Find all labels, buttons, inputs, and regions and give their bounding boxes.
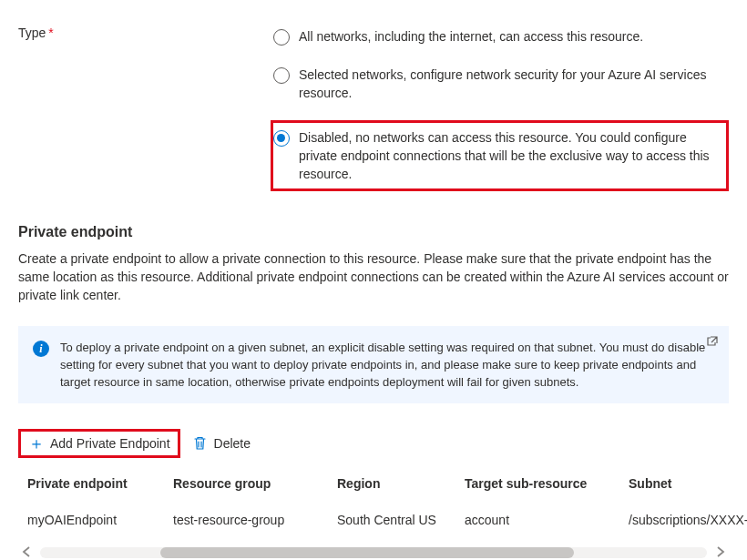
delete-button-label: Delete xyxy=(214,436,251,451)
private-endpoint-table: Private endpoint Resource group Region T… xyxy=(0,467,747,540)
col-header-region[interactable]: Region xyxy=(337,476,465,491)
cell-target: account xyxy=(465,513,629,527)
col-header-subnet[interactable]: Subnet xyxy=(629,476,729,491)
cell-subnet: /subscriptions/XXXX- xyxy=(629,513,747,527)
col-header-resource-group[interactable]: Resource group xyxy=(173,476,337,491)
table-header-row: Private endpoint Resource group Region T… xyxy=(18,467,729,500)
col-header-endpoint[interactable]: Private endpoint xyxy=(27,476,173,491)
radio-label: Selected networks, configure network sec… xyxy=(299,66,723,102)
table-row[interactable]: myOAIEndpoint test-resource-group South … xyxy=(18,500,729,540)
info-banner: i To deploy a private endpoint on a give… xyxy=(18,326,729,403)
type-radio-group: All networks, including the internet, ca… xyxy=(273,25,729,191)
type-field-row: Type* All networks, including the intern… xyxy=(0,0,747,200)
cell-resource-group: test-resource-group xyxy=(173,513,337,527)
info-banner-text: To deploy a private endpoint on a given … xyxy=(60,339,714,391)
private-endpoint-toolbar: ＋ Add Private Endpoint Delete xyxy=(0,422,747,467)
external-link-icon[interactable] xyxy=(707,335,718,350)
radio-label: Disabled, no networks can access this re… xyxy=(299,128,721,183)
scroll-thumb[interactable] xyxy=(160,547,574,558)
col-header-target[interactable]: Target sub-resource xyxy=(465,476,629,491)
trash-icon xyxy=(193,436,207,451)
private-endpoint-description: Create a private endpoint to allow a pri… xyxy=(0,246,747,319)
type-label: Type* xyxy=(18,25,273,40)
radio-option-selected-networks[interactable]: Selected networks, configure network sec… xyxy=(273,64,729,104)
private-endpoint-heading: Private endpoint xyxy=(0,200,747,246)
scroll-left-arrow-icon[interactable] xyxy=(18,545,35,560)
cell-region: South Central US xyxy=(337,513,465,527)
radio-label: All networks, including the internet, ca… xyxy=(299,27,643,46)
scroll-right-arrow-icon[interactable] xyxy=(712,545,729,560)
radio-circle[interactable] xyxy=(273,67,290,84)
cell-endpoint: myOAIEndpoint xyxy=(27,513,173,527)
required-asterisk: * xyxy=(48,25,53,40)
radio-circle[interactable] xyxy=(273,29,290,46)
add-button-label: Add Private Endpoint xyxy=(50,436,170,451)
plus-icon: ＋ xyxy=(28,437,45,450)
radio-circle-selected[interactable] xyxy=(273,130,290,147)
add-private-endpoint-button[interactable]: ＋ Add Private Endpoint xyxy=(18,429,180,458)
horizontal-scrollbar xyxy=(18,545,729,560)
radio-option-disabled[interactable]: Disabled, no networks can access this re… xyxy=(271,120,729,191)
delete-button[interactable]: Delete xyxy=(193,436,251,451)
radio-option-all-networks[interactable]: All networks, including the internet, ca… xyxy=(273,25,729,47)
scroll-track[interactable] xyxy=(40,547,707,558)
type-label-text: Type xyxy=(18,25,46,40)
info-icon: i xyxy=(33,341,49,357)
